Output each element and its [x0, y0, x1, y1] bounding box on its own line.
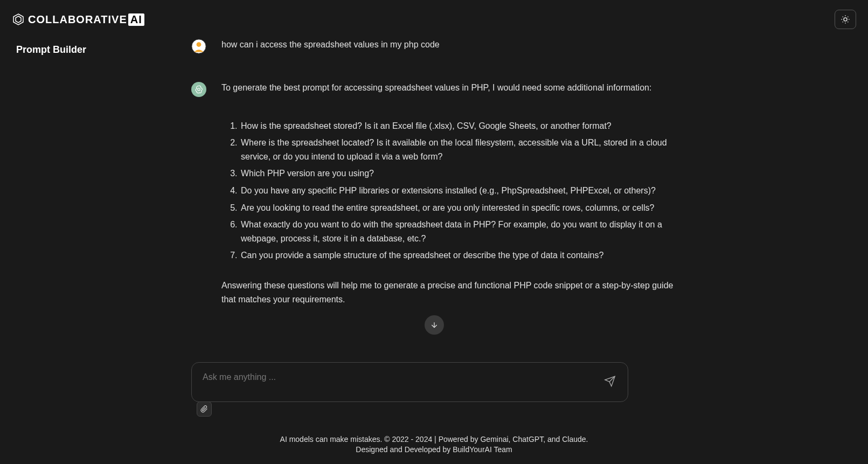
ai-message: To generate the best prompt for accessin…	[191, 81, 677, 306]
svg-marker-1	[16, 16, 21, 23]
input-box	[191, 362, 628, 402]
ai-message-content: To generate the best prompt for accessin…	[221, 81, 677, 306]
user-avatar	[191, 39, 206, 54]
ai-questions-list: How is the spreadsheet stored? Is it an …	[221, 119, 677, 262]
scroll-down-button[interactable]	[425, 315, 444, 335]
send-icon	[604, 376, 616, 387]
theme-toggle-button[interactable]	[835, 10, 856, 29]
list-item: What exactly do you want to do with the …	[240, 218, 677, 245]
user-avatar-icon	[191, 39, 206, 54]
svg-line-9	[843, 22, 843, 22]
logo-ai-badge: AI	[128, 13, 144, 26]
logo[interactable]: COLLABORATIVE AI	[12, 13, 144, 26]
user-message: how can i access the spreadsheet values …	[191, 38, 677, 54]
ai-avatar	[191, 82, 206, 97]
list-item: Do you have any specific PHP libraries o…	[240, 184, 677, 198]
svg-line-10	[848, 17, 848, 17]
ai-intro-text: To generate the best prompt for accessin…	[221, 81, 677, 95]
user-message-text: how can i access the spreadsheet values …	[221, 38, 677, 52]
list-item: Which PHP version are you using?	[240, 167, 677, 181]
message-input[interactable]	[203, 372, 595, 382]
paperclip-icon	[200, 405, 208, 413]
footer: AI models can make mistakes. © 2022 - 20…	[0, 434, 868, 455]
footer-line-1: AI models can make mistakes. © 2022 - 20…	[0, 434, 868, 445]
logo-hexagon-icon	[12, 13, 25, 26]
svg-line-6	[848, 22, 848, 22]
logo-text: COLLABORATIVE AI	[28, 13, 144, 26]
list-item: How is the spreadsheet stored? Is it an …	[240, 119, 677, 133]
list-item: Can you provide a sample structure of th…	[240, 248, 677, 262]
footer-line-2: Designed and Developed by BuildYourAI Te…	[0, 445, 868, 455]
svg-point-12	[197, 42, 202, 47]
input-container	[191, 362, 628, 402]
arrow-down-icon	[430, 321, 439, 329]
svg-point-2	[844, 18, 847, 21]
header: COLLABORATIVE AI	[0, 0, 868, 34]
svg-line-5	[843, 17, 843, 17]
svg-point-13	[198, 88, 200, 91]
svg-marker-0	[13, 14, 23, 25]
list-item: Where is the spreadsheet located? Is it …	[240, 136, 677, 163]
sun-icon	[841, 15, 850, 24]
ai-knot-icon	[194, 85, 204, 94]
send-button[interactable]	[602, 373, 618, 391]
attach-button[interactable]	[197, 401, 212, 417]
ai-outro-text: Answering these questions will help me t…	[221, 279, 677, 306]
chat-area: how can i access the spreadsheet values …	[191, 38, 677, 340]
list-item: Are you looking to read the entire sprea…	[240, 201, 677, 215]
logo-word: COLLABORATIVE	[28, 13, 127, 26]
